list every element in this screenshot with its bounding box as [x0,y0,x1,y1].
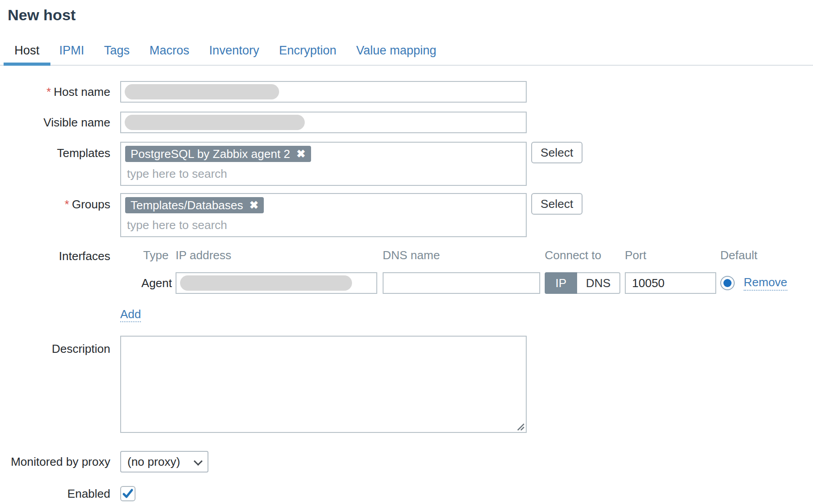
required-asterisk: * [46,85,51,99]
groups-multiselect[interactable]: Templates/Databases ✖ type here to searc… [120,193,527,237]
resize-grip-icon[interactable] [515,421,525,431]
groups-select-button[interactable]: Select [531,193,583,215]
templates-field: PostgreSQL by Zabbix agent 2 ✖ type here… [120,142,813,186]
connect-to-toggle: IP DNS [545,272,620,294]
tab-host[interactable]: Host [14,38,40,65]
dns-name-input-wrap [383,272,540,294]
templates-label: Templates [57,142,111,160]
interface-type-label: Agent [120,276,176,290]
proxy-select[interactable]: (no proxy) [120,451,208,472]
templates-search-placeholder[interactable]: type here to search [127,167,522,181]
remove-interface-link[interactable]: Remove [744,275,787,291]
proxy-row: Monitored by proxy (no proxy) [0,451,813,472]
redacted-ip-address-value [180,275,352,291]
remove-template-chip-icon[interactable]: ✖ [297,148,306,159]
template-chip-label: PostgreSQL by Zabbix agent 2 [131,147,290,161]
enabled-checkbox[interactable] [120,486,136,501]
enabled-label: Enabled [68,487,110,501]
tab-macros[interactable]: Macros [149,38,190,65]
tab-bar: Host IPMI Tags Macros Inventory Encrypti… [0,38,813,66]
group-chip-label: Templates/Databases [131,198,243,212]
column-dns-name: DNS name [383,248,540,262]
interfaces-table: Type IP address DNS name Connect to Port… [120,248,813,294]
tab-tags[interactable]: Tags [104,38,130,65]
interfaces-label: Interfaces [59,248,110,263]
redacted-visible-name-value [125,115,305,130]
groups-search-placeholder[interactable]: type here to search [127,218,522,232]
ip-address-input-wrap [176,272,377,294]
template-chip: PostgreSQL by Zabbix agent 2 ✖ [125,146,311,162]
column-type: Type [120,248,176,262]
interfaces-row: Interfaces Type IP address DNS name Conn… [0,248,813,294]
tab-inventory[interactable]: Inventory [209,38,259,65]
default-radio[interactable] [720,276,735,290]
groups-row: *Groups Templates/Databases ✖ type here … [0,193,813,237]
add-interface-link[interactable]: Add [120,307,141,322]
templates-row: Templates PostgreSQL by Zabbix agent 2 ✖… [0,142,813,186]
connect-to-dns-option[interactable]: DNS [577,272,620,294]
column-default: Default [720,248,757,262]
visible-name-row: Visible name [0,112,813,133]
add-interface-row: Add [0,307,813,321]
host-name-label: *Host name [46,85,110,99]
connect-to-ip-option[interactable]: IP [545,272,577,294]
templates-select-button[interactable]: Select [531,142,583,163]
radio-selected-dot [723,279,732,287]
chevron-down-icon [194,457,203,466]
host-name-row: *Host name [0,81,813,103]
required-asterisk: * [65,198,69,211]
column-port: Port [625,248,716,262]
visible-name-input-wrap [120,112,527,133]
default-cell: Remove [720,275,787,291]
group-chip: Templates/Databases ✖ [125,197,264,213]
column-connect-to: Connect to [545,248,620,262]
port-input-wrap [625,272,716,294]
tab-value-mapping[interactable]: Value mapping [356,38,436,65]
dns-name-input[interactable] [383,272,540,294]
templates-multiselect[interactable]: PostgreSQL by Zabbix agent 2 ✖ type here… [120,142,527,186]
description-row: Description [0,336,813,433]
tab-encryption[interactable]: Encryption [279,38,337,65]
column-ip-address: IP address [176,248,377,262]
groups-label: *Groups [65,193,110,212]
description-label: Description [52,336,110,356]
checkmark-icon [122,488,134,500]
host-name-input-wrap [120,81,527,103]
page-title: New host [8,6,813,24]
new-host-page: New host Host IPMI Tags Macros Inventory… [0,6,813,504]
interface-row-agent: Agent IP DNS [120,272,813,294]
remove-group-chip-icon[interactable]: ✖ [249,200,258,211]
groups-field: Templates/Databases ✖ type here to searc… [120,193,813,237]
description-wrap [120,336,527,433]
interfaces-header: Type IP address DNS name Connect to Port… [120,248,813,262]
visible-name-label: Visible name [44,116,110,130]
tab-ipmi[interactable]: IPMI [59,38,85,65]
proxy-selected-value: (no proxy) [127,455,180,469]
description-textarea[interactable] [120,336,527,433]
enabled-row: Enabled [0,486,813,501]
redacted-host-name-value [125,84,279,99]
port-input[interactable] [625,272,716,294]
proxy-label: Monitored by proxy [11,455,110,469]
